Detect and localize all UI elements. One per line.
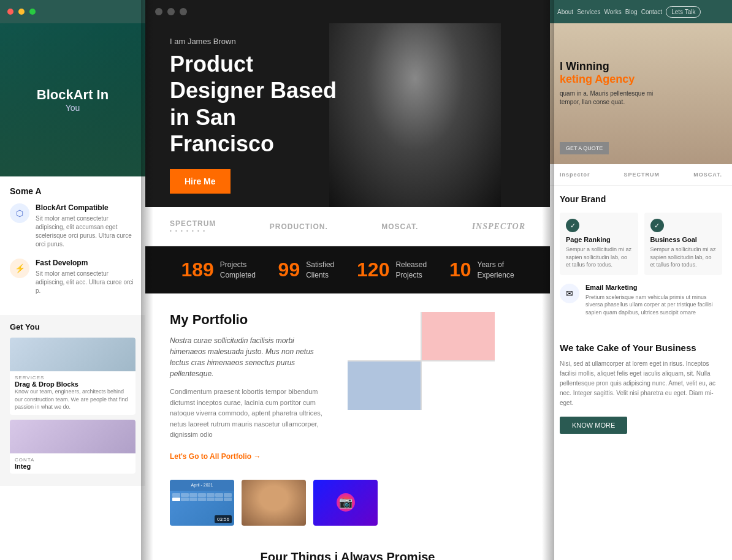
feature-name-1: BlockArt Compatible <box>36 203 135 212</box>
portfolio-italic: Nostra curae sollicitudin facilisis morb… <box>170 335 329 379</box>
right-hero-desc: quam in a. Mauris pellentesque mi tempor… <box>560 89 658 107</box>
dot-1 <box>155 8 162 15</box>
service-name-2: Integ <box>15 463 131 470</box>
left-features: Some A ⬡ BlockArt Compatible Sit molor a… <box>0 176 145 315</box>
left-top-bar <box>0 0 145 23</box>
preview-cell-4 <box>422 361 495 410</box>
stat-label-released: Released Projects <box>395 260 427 281</box>
right-brand-inspector: Inspector <box>560 172 590 178</box>
dot-2 <box>167 8 175 15</box>
cal-cell <box>198 498 206 501</box>
stat-clients: 99 Satisfied Clients <box>278 259 335 281</box>
stat-projects: 189 Projects Completed <box>181 259 255 281</box>
nav-contact[interactable]: Contact <box>641 9 662 15</box>
left-hero-subtitle: You <box>37 103 109 113</box>
portfolio-title: My Portfolio <box>170 312 329 328</box>
stat-number-clients: 99 <box>278 259 300 281</box>
check-icon-1: ✓ <box>566 219 579 232</box>
service-name-1: Drag & Drop Blocks <box>15 380 131 388</box>
service-tag-2: CONTA <box>15 457 131 463</box>
right-brand-title: Your Brand <box>560 194 722 204</box>
portfolio-link[interactable]: Let's Go to All Portfolio → <box>170 452 261 461</box>
brand-moscat: MOSCAT. <box>381 222 418 231</box>
hero-section: I am James Brown Product Designer Based … <box>145 23 550 207</box>
cal-cell <box>189 493 197 497</box>
cal-cell <box>207 493 215 497</box>
service-desc-1: Know our team, engineers, architects beh… <box>15 388 131 411</box>
hero-text: I am James Brown Product Designer Based … <box>170 37 341 194</box>
marketing-text: keting Agency <box>560 73 658 86</box>
hire-me-button[interactable]: Hire Me <box>170 169 231 194</box>
right-brands: Inspector SPECTRUM MOSCAT. <box>550 164 732 186</box>
minimize-dot <box>18 9 25 15</box>
hero-intro: I am James Brown <box>170 37 341 46</box>
brands-bar: SPECTRUM • • • • • • • PRODUCTion. MOSCA… <box>145 207 550 246</box>
left-hero: BlockArt In You <box>0 23 145 176</box>
time-badge: 03:56 <box>215 515 232 523</box>
email-marketing-name: Email Marketing <box>585 284 722 291</box>
cal-cell <box>215 493 223 497</box>
feature-page-ranking-name: Page Ranking <box>566 236 632 243</box>
cal-cell <box>224 493 232 497</box>
email-icon: ✉ <box>560 284 579 303</box>
feature-business-goal-name: Business Goal <box>650 236 717 243</box>
right-hero-text: l Winning keting Agency quam in a. Mauri… <box>560 60 658 107</box>
cake-desc: Nisi, sed at ullamcorper at lorem eget i… <box>560 359 722 408</box>
stat-number-years: 10 <box>449 259 471 281</box>
code-thumb <box>10 420 135 453</box>
service-card-1: SERVICES Drag & Drop Blocks Know our tea… <box>10 338 135 415</box>
thumbnails-row: April - 2021 03:56 <box>145 480 550 538</box>
preview-cell-3 <box>348 361 421 410</box>
get-quote-button[interactable]: GET A QUOTE <box>560 142 609 154</box>
blockart-icon: ⬡ <box>10 203 29 223</box>
email-marketing-text: Email Marketing Pretium scelerisque nam … <box>585 284 722 317</box>
cal-cell <box>207 498 215 501</box>
calendar-grid <box>170 491 234 504</box>
know-more-button[interactable]: KNOW MORE <box>560 417 627 434</box>
four-things-section: Four Things i Always Promise <box>145 538 550 560</box>
instagram-icon: 📷 <box>337 493 355 512</box>
hero-title: Product Designer Based in San Francisco <box>170 51 341 157</box>
stat-label-clients: Satisfied Clients <box>306 260 334 281</box>
brand-dots: • • • • • • • <box>170 228 216 233</box>
cal-today <box>172 498 180 501</box>
portfolio-left: My Portfolio Nostra curae sollicitudin f… <box>170 312 329 461</box>
right-brand-spectrum: SPECTRUM <box>624 172 660 178</box>
left-panel: BlockArt In You Some A ⬡ BlockArt Compat… <box>0 0 145 560</box>
stat-label-years: Years of Experience <box>478 260 514 281</box>
dot-3 <box>180 8 187 15</box>
left-services: Get You SERVICES Drag & Drop Blocks Know… <box>0 315 145 486</box>
right-brand-moscat: MOSCAT. <box>693 172 722 178</box>
left-hero-text: BlockArt In You <box>37 87 109 113</box>
left-hero-title: BlockArt In <box>37 87 109 103</box>
portrait-image <box>242 480 306 526</box>
stat-number-released: 120 <box>357 259 389 281</box>
right-panel: About Services Works Blog Contact Lets T… <box>550 0 732 560</box>
thumb-calendar: April - 2021 03:56 <box>170 480 234 526</box>
service-card-2: CONTA Integ <box>10 420 135 474</box>
service-tag-1: SERVICES <box>15 375 131 380</box>
cal-cell <box>181 493 189 497</box>
feature-desc-2: Sit molor amet consectetur adipiscing, e… <box>36 270 135 295</box>
feature-text-1: BlockArt Compatible Sit molor amet conse… <box>36 203 135 249</box>
feature-text-2: Fast Developm Sit molor amet consectetur… <box>36 259 135 295</box>
lightning-icon: ⚡ <box>10 259 29 278</box>
cake-title: We take Cake of Your Business <box>560 342 722 353</box>
nav-works[interactable]: Works <box>604 9 622 15</box>
right-hero: l Winning keting Agency quam in a. Mauri… <box>550 23 732 164</box>
preview-cell-2 <box>422 312 495 360</box>
right-brand-section: Your Brand ✓ Page Ranking Sempur a solli… <box>550 186 732 334</box>
feature-name-2: Fast Developm <box>36 259 135 267</box>
thumb-instagram: 📷 <box>313 480 378 526</box>
nav-services[interactable]: Services <box>577 9 600 15</box>
feature-business-goal-desc: Sempur a sollicitudin mi az sapien solli… <box>650 246 717 269</box>
nav-lets-talk[interactable]: Lets Talk <box>666 6 701 18</box>
portfolio-body: Condimentum praesent lobortis tempor bib… <box>170 387 329 441</box>
feature-page-ranking-desc: Sempur a sollicitudin mi az sapien solli… <box>566 246 632 269</box>
nav-about[interactable]: About <box>557 9 573 15</box>
brand-feature-grid: ✓ Page Ranking Sempur a sollicitudin mi … <box>560 213 722 275</box>
nav-blog[interactable]: Blog <box>625 9 638 15</box>
hero-face-bg <box>329 23 501 207</box>
cal-cell <box>224 498 232 501</box>
left-services-title: Get You <box>10 322 135 331</box>
